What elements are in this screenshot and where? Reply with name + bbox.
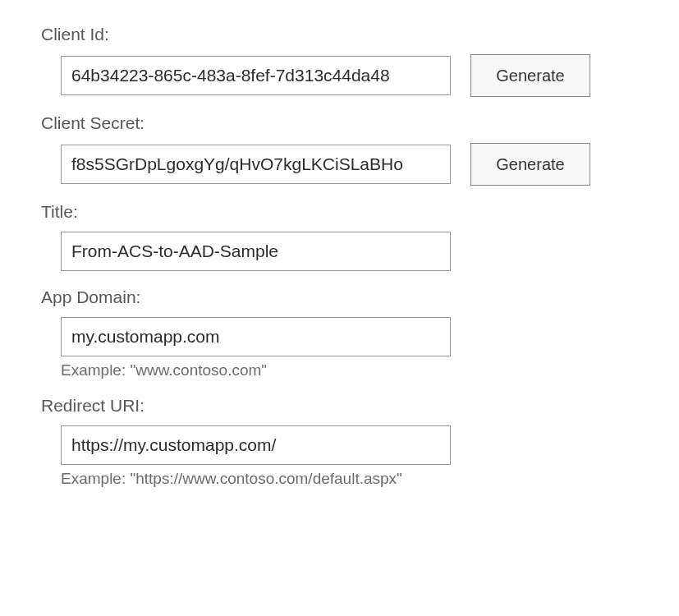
client-id-label: Client Id: bbox=[41, 25, 638, 44]
redirect-uri-label: Redirect URI: bbox=[41, 396, 638, 416]
redirect-uri-group: Redirect URI: Example: "https://www.cont… bbox=[41, 396, 638, 488]
app-domain-row bbox=[41, 317, 638, 356]
app-domain-label: App Domain: bbox=[41, 287, 638, 307]
title-group: Title: bbox=[41, 202, 638, 271]
app-domain-input[interactable] bbox=[61, 317, 451, 356]
client-id-generate-button[interactable]: Generate bbox=[470, 54, 590, 97]
redirect-uri-input[interactable] bbox=[61, 425, 451, 465]
app-domain-group: App Domain: Example: "www.contoso.com" bbox=[41, 287, 638, 379]
title-label: Title: bbox=[41, 202, 638, 222]
client-id-input[interactable] bbox=[61, 56, 451, 95]
title-row bbox=[41, 232, 638, 271]
title-input[interactable] bbox=[61, 232, 451, 271]
client-secret-generate-button[interactable]: Generate bbox=[470, 143, 590, 186]
redirect-uri-hint: Example: "https://www.contoso.com/defaul… bbox=[41, 470, 638, 488]
app-domain-hint: Example: "www.contoso.com" bbox=[41, 361, 638, 379]
client-secret-row: Generate bbox=[41, 143, 638, 186]
client-id-group: Client Id: Generate bbox=[41, 25, 638, 97]
client-id-row: Generate bbox=[41, 54, 638, 97]
client-secret-group: Client Secret: Generate bbox=[41, 113, 638, 186]
client-secret-input[interactable] bbox=[61, 145, 451, 184]
client-secret-label: Client Secret: bbox=[41, 113, 638, 133]
redirect-uri-row bbox=[41, 425, 638, 465]
